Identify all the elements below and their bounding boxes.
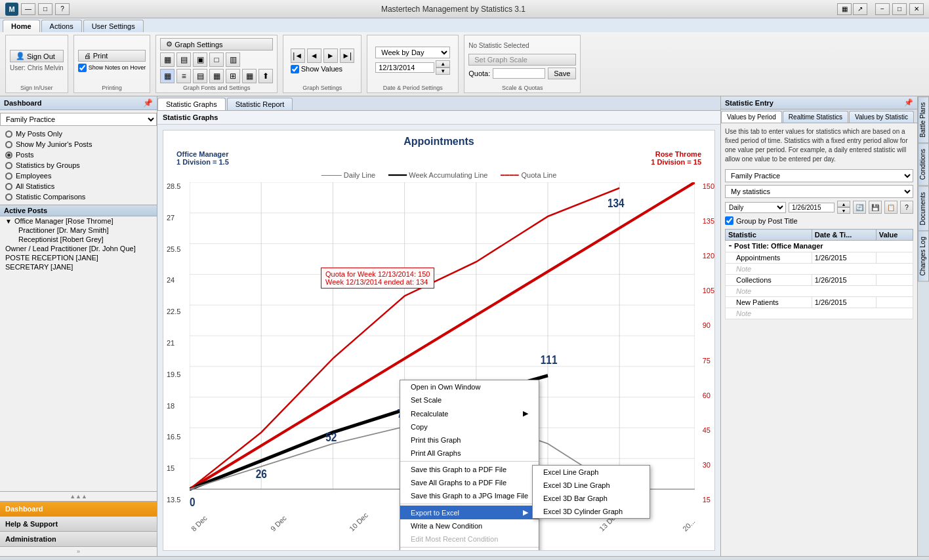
submenu-excel-line[interactable]: Excel Line Graph <box>533 466 650 479</box>
move-icon[interactable]: ↗ <box>853 3 867 15</box>
nav-all-statistics[interactable]: All Statistics <box>0 181 157 191</box>
graph-type-3[interactable]: ▣ <box>193 52 207 67</box>
show-notes-checkbox[interactable] <box>78 64 87 72</box>
tree-practitioner[interactable]: Practitioner [Dr. Mary Smith] <box>0 226 157 235</box>
ctx-copy[interactable]: Copy <box>400 420 539 433</box>
graph-sub-6[interactable]: ▦ <box>242 69 257 83</box>
nav-employees[interactable]: Employees <box>0 170 157 181</box>
right-panel-pin[interactable]: 📌 <box>904 98 913 107</box>
tab-statistic-graphs[interactable]: Statistic Graphs <box>157 98 226 110</box>
ctx-write-condition[interactable]: Write a New Condition <box>400 519 539 532</box>
ctx-properties[interactable]: Properties <box>400 549 539 551</box>
tab-realtime-statistics[interactable]: Realtime Statistics <box>783 111 848 123</box>
value-new-patients[interactable] <box>876 297 913 308</box>
date-down-btn[interactable]: ▼ <box>837 207 850 214</box>
graph-sub-7[interactable]: ⬆ <box>258 69 273 83</box>
tree-office-manager[interactable]: ▼ Office Manager [Rose Throme] <box>0 216 157 226</box>
graph-sub-3[interactable]: ▤ <box>193 69 207 83</box>
nav-statistic-comparisons[interactable]: Statistic Comparisons <box>0 191 157 202</box>
date-up-btn[interactable]: ▲ <box>837 201 850 207</box>
nav-prev[interactable]: ◄ <box>307 49 321 63</box>
minimize-icon[interactable]: ― <box>21 3 35 15</box>
side-tab-conditions[interactable]: Conditions <box>918 143 929 186</box>
ctx-open-own-window[interactable]: Open in Own Window <box>400 380 539 393</box>
right-practice-select[interactable]: Family Practice <box>725 169 913 182</box>
value-appointments[interactable] <box>876 252 913 264</box>
value-collections[interactable] <box>876 275 913 286</box>
ctx-print-all[interactable]: Print All Graphs <box>400 447 539 460</box>
side-tab-battle-plans[interactable]: Battle Plans <box>918 96 929 143</box>
tab-actions[interactable]: Actions <box>41 20 82 32</box>
graph-settings-button[interactable]: ⚙ Graph Settings <box>160 38 273 50</box>
period-select[interactable]: Week by Day <box>375 47 450 58</box>
group-by-post-checkbox[interactable] <box>725 216 733 225</box>
ctx-save-pdf[interactable]: Save this Graph to a PDF File <box>400 463 539 476</box>
graph-sub-2[interactable]: ≡ <box>176 69 191 83</box>
ctx-set-scale[interactable]: Set Scale <box>400 393 539 407</box>
date-up-button[interactable]: ▲ <box>436 60 450 68</box>
graph-type-5[interactable]: ▥ <box>226 52 240 67</box>
date-down-button[interactable]: ▼ <box>436 68 450 75</box>
date-input[interactable] <box>375 62 434 73</box>
ctx-save-jpg[interactable]: Save this Graph to a JPG Image File <box>400 489 539 502</box>
tree-receptionist[interactable]: Receptionist [Robert Grey] <box>0 235 157 244</box>
tab-user-settings[interactable]: User Settings <box>83 20 144 32</box>
nav-my-posts-only[interactable]: My Posts Only <box>0 129 157 139</box>
save-entry-icon[interactable]: 💾 <box>869 201 882 214</box>
save-button[interactable]: Save <box>548 68 576 79</box>
restore-icon[interactable]: □ <box>38 3 52 15</box>
nav-statistics-by-groups[interactable]: Statistics by Groups <box>0 160 157 170</box>
graph-type-4[interactable]: □ <box>209 52 224 67</box>
period-type-select[interactable]: Daily <box>725 202 786 213</box>
tab-values-by-period[interactable]: Values by Period <box>721 111 782 123</box>
expand-handle[interactable]: » <box>0 547 157 556</box>
practice-select[interactable]: Family Practice <box>0 113 157 126</box>
print-button[interactable]: 🖨 Print <box>78 50 146 62</box>
collapse-handle[interactable]: ▲▲▲ <box>0 492 157 502</box>
show-values-checkbox[interactable] <box>291 65 299 73</box>
refresh-icon[interactable]: 🔄 <box>853 201 866 214</box>
nav-first[interactable]: |◄ <box>291 49 305 63</box>
graph-sub-1[interactable]: ▦ <box>160 69 175 83</box>
ctx-print-graph[interactable]: Print this Graph <box>400 433 539 447</box>
graph-sub-4[interactable]: ▦ <box>209 69 224 83</box>
window-close-button[interactable]: ✕ <box>909 3 924 15</box>
nav-show-juniors[interactable]: Show My Junior's Posts <box>0 139 157 150</box>
submenu-excel-3d-cylinder[interactable]: Excel 3D Cylinder Graph <box>533 505 650 518</box>
period-date-input[interactable] <box>789 203 835 212</box>
graph-type-1[interactable]: ▦ <box>160 52 175 67</box>
nav-next[interactable]: ► <box>323 49 338 63</box>
nav-last[interactable]: ►| <box>340 49 354 63</box>
tab-statistic-report[interactable]: Statistic Report <box>227 98 293 110</box>
nav-posts[interactable]: Posts <box>0 150 157 160</box>
ctx-export-excel[interactable]: Export to Excel▶ <box>400 506 539 519</box>
graph-type-2[interactable]: ▤ <box>176 52 191 67</box>
tab-values-by-statistic[interactable]: Values by Statistic <box>849 111 914 123</box>
side-tab-documents[interactable]: Documents <box>918 186 929 231</box>
right-statistic-select[interactable]: My statistics <box>725 185 913 198</box>
submenu-excel-3d-bar[interactable]: Excel 3D Bar Graph <box>533 492 650 505</box>
dashboard-nav-button[interactable]: Dashboard <box>0 502 157 517</box>
tab-home[interactable]: Home <box>3 20 40 32</box>
ctx-save-all-pdf[interactable]: Save All Graphs to a PDF File <box>400 476 539 489</box>
tree-secretary[interactable]: SECRETARY [JANE] <box>0 262 157 271</box>
copy-entry-icon[interactable]: 📋 <box>884 201 898 214</box>
grid-icon[interactable]: ▦ <box>837 3 852 15</box>
ctx-recalculate[interactable]: Recalculate▶ <box>400 407 539 420</box>
tree-poste-reception[interactable]: POSTE RECEPTION [JANE] <box>0 253 157 262</box>
graph-sub-5[interactable]: ⊞ <box>226 69 240 83</box>
help-support-button[interactable]: Help & Support <box>0 517 157 532</box>
side-tab-changes-log[interactable]: Changes Log <box>918 231 929 282</box>
user-icon: 👤 <box>16 52 25 60</box>
quota-input[interactable] <box>493 68 545 79</box>
help-entry-icon[interactable]: ? <box>900 201 913 214</box>
window-minimize-button[interactable]: − <box>875 3 890 15</box>
administration-button[interactable]: Administration <box>0 532 157 547</box>
submenu-excel-3d-line[interactable]: Excel 3D Line Graph <box>533 479 650 492</box>
pin-icon[interactable]: 📌 <box>143 98 153 108</box>
sign-out-button[interactable]: 👤 Sign Out <box>10 50 64 62</box>
set-graph-scale-button[interactable]: Set Graph Scale <box>468 54 576 66</box>
tree-owner[interactable]: Owner / Lead Practitioner [Dr. John Que] <box>0 244 157 253</box>
help-icon[interactable]: ? <box>55 3 70 15</box>
window-maximize-button[interactable]: □ <box>892 3 907 15</box>
